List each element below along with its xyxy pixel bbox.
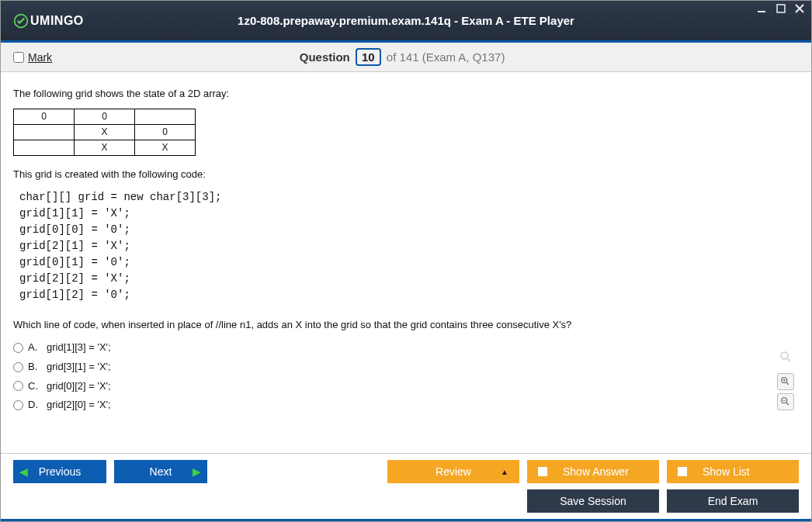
window-title: 1z0-808.prepaway.premium.exam.141q - Exa… xyxy=(238,14,574,27)
intro-text-2: This grid is created with the following … xyxy=(13,167,799,183)
option-radio[interactable] xyxy=(13,343,23,353)
svg-point-3 xyxy=(781,352,788,359)
zoom-in-button[interactable] xyxy=(777,373,794,390)
option-text: grid[3][1] = 'X'; xyxy=(47,359,111,375)
cell xyxy=(14,140,75,156)
show-answer-button[interactable]: Show Answer xyxy=(527,460,659,483)
cell xyxy=(135,109,196,124)
brand-text: UMINGO xyxy=(30,14,84,28)
save-session-button[interactable]: Save Session xyxy=(527,489,659,513)
options-group: A.grid[1][3] = 'X'; B.grid[3][1] = 'X'; … xyxy=(13,340,799,413)
cell xyxy=(14,124,75,140)
question-total: of 141 (Exam A, Q137) xyxy=(387,50,505,64)
arrow-right-icon: ▶ xyxy=(193,465,201,478)
option-letter: A. xyxy=(28,340,42,356)
titlebar: UMINGO 1z0-808.prepaway.premium.exam.141… xyxy=(1,1,811,43)
zoom-controls xyxy=(777,348,794,410)
previous-button[interactable]: ◀Previous xyxy=(13,460,106,483)
btn-label: Save Session xyxy=(560,495,626,507)
search-icon[interactable] xyxy=(777,348,794,365)
option-radio[interactable] xyxy=(13,362,23,372)
cell: 0 xyxy=(135,124,196,140)
cell: X xyxy=(75,140,135,156)
mark-input[interactable] xyxy=(13,52,24,63)
square-icon xyxy=(538,467,547,476)
mark-label: Mark xyxy=(28,51,52,64)
question-number-input[interactable]: 10 xyxy=(356,48,381,66)
mark-checkbox[interactable]: Mark xyxy=(13,51,52,64)
maximize-button[interactable] xyxy=(774,2,788,15)
minimize-button[interactable] xyxy=(755,2,769,15)
app-window: UMINGO 1z0-808.prepaway.premium.exam.141… xyxy=(0,0,812,522)
btn-label: Review xyxy=(435,465,471,478)
option-text: grid[0][2] = 'X'; xyxy=(47,379,111,395)
review-button[interactable]: Review▲ xyxy=(387,460,519,483)
cell: X xyxy=(135,140,196,156)
cell: 0 xyxy=(14,109,75,124)
option-radio[interactable] xyxy=(13,400,23,410)
option-letter: C. xyxy=(28,379,42,395)
option-letter: B. xyxy=(28,359,42,375)
caret-up-icon: ▲ xyxy=(501,468,508,476)
footer-row-1: ◀Previous Next▶ Review▲ Show Answer Show… xyxy=(1,454,811,489)
option-text: grid[2][0] = 'X'; xyxy=(47,397,111,413)
question-header: Mark Question 10 of 141 (Exam A, Q137) xyxy=(1,43,811,72)
option-radio[interactable] xyxy=(13,381,23,391)
option-text: grid[1][3] = 'X'; xyxy=(47,340,111,356)
intro-text-1: The following grid shows the state of a … xyxy=(13,86,799,102)
code-block: char[][] grid = new char[3][3]; grid[1][… xyxy=(19,189,799,303)
option-d[interactable]: D.grid[2][0] = 'X'; xyxy=(13,397,799,413)
close-button[interactable] xyxy=(793,2,807,15)
show-list-button[interactable]: Show List xyxy=(667,460,799,483)
svg-rect-1 xyxy=(758,11,765,12)
btn-label: End Exam xyxy=(708,495,758,507)
btn-label: Show Answer xyxy=(563,465,629,478)
check-icon xyxy=(13,13,29,29)
question-counter: Question 10 of 141 (Exam A, Q137) xyxy=(52,48,752,66)
btn-label: Show List xyxy=(703,465,750,478)
zoom-out-button[interactable] xyxy=(777,393,794,410)
btn-label: Previous xyxy=(39,465,81,478)
brand-logo: UMINGO xyxy=(13,13,84,29)
grid-table: 00 X0 XX xyxy=(13,109,196,157)
question-text: Which line of code, when inserted in pla… xyxy=(13,317,799,334)
content-area: The following grid shows the state of a … xyxy=(1,72,811,453)
question-word: Question xyxy=(300,50,350,64)
square-icon xyxy=(678,467,687,476)
option-letter: D. xyxy=(28,397,42,413)
window-controls xyxy=(755,2,807,15)
option-c[interactable]: C.grid[0][2] = 'X'; xyxy=(13,379,799,395)
footer-row-2: Save Session End Exam xyxy=(1,489,811,519)
next-button[interactable]: Next▶ xyxy=(114,460,207,483)
cell: X xyxy=(75,124,135,140)
end-exam-button[interactable]: End Exam xyxy=(667,489,799,513)
bottom-accent xyxy=(1,519,811,521)
option-b[interactable]: B.grid[3][1] = 'X'; xyxy=(13,359,799,375)
footer: ◀Previous Next▶ Review▲ Show Answer Show… xyxy=(1,453,811,521)
svg-rect-2 xyxy=(777,5,785,12)
arrow-left-icon: ◀ xyxy=(19,465,28,478)
cell: 0 xyxy=(75,109,135,124)
btn-label: Next xyxy=(150,465,172,478)
option-a[interactable]: A.grid[1][3] = 'X'; xyxy=(13,340,799,356)
